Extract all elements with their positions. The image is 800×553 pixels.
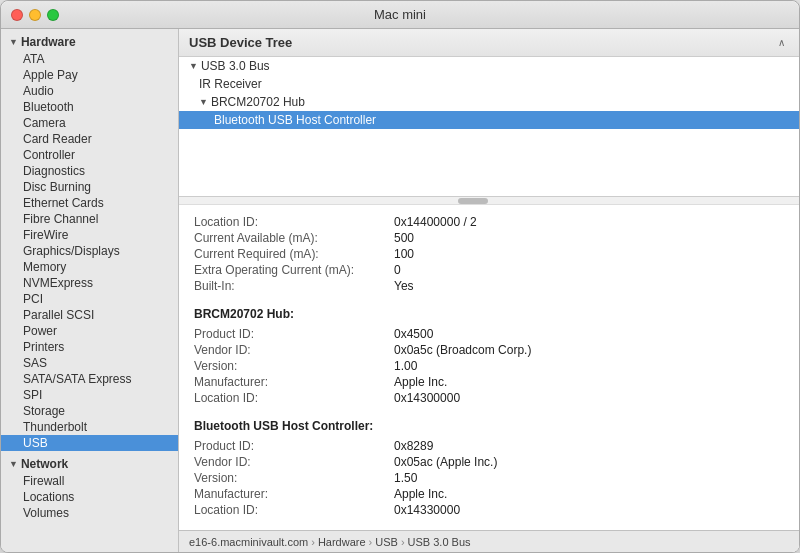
network-section-header[interactable]: ▼ Network bbox=[1, 455, 178, 473]
detail-label: Version: bbox=[194, 359, 394, 373]
detail-row: Location ID:0x14400000 / 2 bbox=[194, 215, 784, 229]
detail-label: Location ID: bbox=[194, 215, 394, 229]
sidebar-item-disc-burning[interactable]: Disc Burning bbox=[1, 179, 178, 195]
sidebar-item-audio[interactable]: Audio bbox=[1, 83, 178, 99]
sidebar-item-ata[interactable]: ATA bbox=[1, 51, 178, 67]
sidebar-item-memory[interactable]: Memory bbox=[1, 259, 178, 275]
sidebar-item-usb[interactable]: USB bbox=[1, 435, 178, 451]
sidebar-item-firewall[interactable]: Firewall bbox=[1, 473, 178, 489]
detail-row: Extra Operating Current (mA):0 bbox=[194, 263, 784, 277]
detail-label: Current Required (mA): bbox=[194, 247, 394, 261]
breadcrumb-sep-2: › bbox=[369, 536, 373, 548]
detail-label: Version: bbox=[194, 471, 394, 485]
detail-value: 500 bbox=[394, 231, 414, 245]
detail-row: Location ID:0x14300000 bbox=[194, 391, 784, 405]
tree-scrollbar[interactable] bbox=[179, 197, 799, 205]
sidebar-item-card-reader[interactable]: Card Reader bbox=[1, 131, 178, 147]
sidebar-item-diagnostics[interactable]: Diagnostics bbox=[1, 163, 178, 179]
detail-label: Product ID: bbox=[194, 327, 394, 341]
detail-value: 1.00 bbox=[394, 359, 417, 373]
hardware-arrow-icon: ▼ bbox=[9, 37, 18, 47]
sidebar-item-firewire[interactable]: FireWire bbox=[1, 227, 178, 243]
tree-item-label: Bluetooth USB Host Controller bbox=[214, 113, 376, 127]
sidebar-item-locations[interactable]: Locations bbox=[1, 489, 178, 505]
detail-value: 0 bbox=[394, 263, 401, 277]
detail-section-0: Location ID:0x14400000 / 2Current Availa… bbox=[194, 215, 784, 293]
sidebar[interactable]: ▼ Hardware ATAApple PayAudioBluetoothCam… bbox=[1, 29, 179, 552]
sidebar-item-volumes[interactable]: Volumes bbox=[1, 505, 178, 521]
sidebar-item-fibre-channel[interactable]: Fibre Channel bbox=[1, 211, 178, 227]
detail-row: Manufacturer:Apple Inc. bbox=[194, 375, 784, 389]
network-section-label: Network bbox=[21, 457, 68, 471]
detail-value: 0x14300000 bbox=[394, 391, 460, 405]
detail-value: Apple Inc. bbox=[394, 375, 447, 389]
sidebar-item-ethernet-cards[interactable]: Ethernet Cards bbox=[1, 195, 178, 211]
window-title: Mac mini bbox=[374, 7, 426, 22]
detail-label: Vendor ID: bbox=[194, 343, 394, 357]
breadcrumb-usb-bus: USB 3.0 Bus bbox=[408, 536, 471, 548]
detail-row: Built-In:Yes bbox=[194, 279, 784, 293]
network-arrow-icon: ▼ bbox=[9, 459, 18, 469]
sidebar-item-controller[interactable]: Controller bbox=[1, 147, 178, 163]
tree-item-bt-host-controller[interactable]: Bluetooth USB Host Controller bbox=[179, 111, 799, 129]
hardware-section-header[interactable]: ▼ Hardware bbox=[1, 33, 178, 51]
tree-item-ir-receiver[interactable]: IR Receiver bbox=[179, 75, 799, 93]
detail-value: 0x14400000 / 2 bbox=[394, 215, 477, 229]
detail-row: Vendor ID:0x0a5c (Broadcom Corp.) bbox=[194, 343, 784, 357]
detail-label: Location ID: bbox=[194, 503, 394, 517]
status-bar: e16-6.macminivault.com › Hardware › USB … bbox=[179, 530, 799, 552]
detail-value: 0x4500 bbox=[394, 327, 433, 341]
breadcrumb-sep-3: › bbox=[401, 536, 405, 548]
sidebar-item-pci[interactable]: PCI bbox=[1, 291, 178, 307]
sidebar-item-storage[interactable]: Storage bbox=[1, 403, 178, 419]
detail-row: Vendor ID:0x05ac (Apple Inc.) bbox=[194, 455, 784, 469]
detail-label: Manufacturer: bbox=[194, 487, 394, 501]
sidebar-item-power[interactable]: Power bbox=[1, 323, 178, 339]
close-button[interactable] bbox=[11, 9, 23, 21]
detail-label: Vendor ID: bbox=[194, 455, 394, 469]
detail-label: Product ID: bbox=[194, 439, 394, 453]
detail-value: 0x05ac (Apple Inc.) bbox=[394, 455, 497, 469]
breadcrumb-hardware: Hardware bbox=[318, 536, 366, 548]
breadcrumb-usb: USB bbox=[375, 536, 398, 548]
detail-value: 0x0a5c (Broadcom Corp.) bbox=[394, 343, 531, 357]
tree-item-usb-30-bus[interactable]: ▼ USB 3.0 Bus bbox=[179, 57, 799, 75]
sidebar-item-camera[interactable]: Camera bbox=[1, 115, 178, 131]
sidebar-item-graphics-displays[interactable]: Graphics/Displays bbox=[1, 243, 178, 259]
tree-item-label: BRCM20702 Hub bbox=[211, 95, 305, 109]
detail-row: Current Required (mA):100 bbox=[194, 247, 784, 261]
breadcrumb-sep-1: › bbox=[311, 536, 315, 548]
usb-device-tree[interactable]: ▼ USB 3.0 BusIR Receiver▼ BRCM20702 HubB… bbox=[179, 57, 799, 197]
sidebar-item-parallel-scsi[interactable]: Parallel SCSI bbox=[1, 307, 178, 323]
tree-item-label: IR Receiver bbox=[199, 77, 262, 91]
detail-value: 0x8289 bbox=[394, 439, 433, 453]
detail-row: Location ID:0x14330000 bbox=[194, 503, 784, 517]
sidebar-item-apple-pay[interactable]: Apple Pay bbox=[1, 67, 178, 83]
sidebar-item-sata[interactable]: SATA/SATA Express bbox=[1, 371, 178, 387]
tree-arrow-icon: ▼ bbox=[189, 61, 198, 71]
detail-value: 0x14330000 bbox=[394, 503, 460, 517]
hardware-section-label: Hardware bbox=[21, 35, 76, 49]
detail-label: Extra Operating Current (mA): bbox=[194, 263, 394, 277]
detail-value: Apple Inc. bbox=[394, 487, 447, 501]
detail-row: Product ID:0x4500 bbox=[194, 327, 784, 341]
sidebar-item-thunderbolt[interactable]: Thunderbolt bbox=[1, 419, 178, 435]
content-area: ▼ Hardware ATAApple PayAudioBluetoothCam… bbox=[1, 29, 799, 552]
titlebar: Mac mini bbox=[1, 1, 799, 29]
sidebar-item-nvmexpress[interactable]: NVMExpress bbox=[1, 275, 178, 291]
detail-label: Built-In: bbox=[194, 279, 394, 293]
detail-section-title-1: BRCM20702 Hub: bbox=[194, 307, 784, 321]
sidebar-item-printers[interactable]: Printers bbox=[1, 339, 178, 355]
detail-value: Yes bbox=[394, 279, 414, 293]
sidebar-item-bluetooth[interactable]: Bluetooth bbox=[1, 99, 178, 115]
tree-item-brcm-hub[interactable]: ▼ BRCM20702 Hub bbox=[179, 93, 799, 111]
tree-item-label: USB 3.0 Bus bbox=[201, 59, 270, 73]
window-controls bbox=[11, 9, 59, 21]
scrollbar-thumb[interactable] bbox=[458, 198, 488, 204]
minimize-button[interactable] bbox=[29, 9, 41, 21]
collapse-button[interactable]: ∧ bbox=[774, 35, 789, 50]
maximize-button[interactable] bbox=[47, 9, 59, 21]
sidebar-item-sas[interactable]: SAS bbox=[1, 355, 178, 371]
sidebar-item-spi[interactable]: SPI bbox=[1, 387, 178, 403]
detail-section-1: BRCM20702 Hub:Product ID:0x4500Vendor ID… bbox=[194, 307, 784, 405]
